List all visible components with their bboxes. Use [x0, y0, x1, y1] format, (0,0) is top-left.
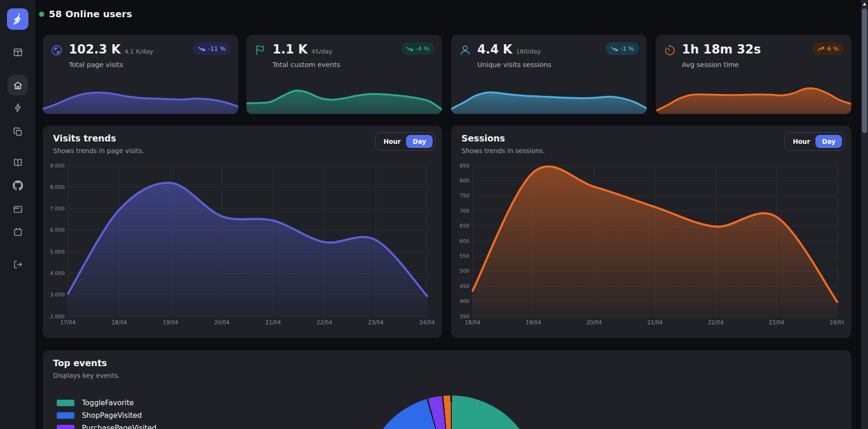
stat-label: Total custom events [273, 61, 340, 68]
scrollbar-thumb[interactable] [862, 8, 867, 133]
sparkline-chart [451, 79, 647, 114]
home-icon [13, 80, 23, 91]
svg-text:3.000: 3.000 [50, 292, 65, 298]
trend-badge: 6 % [812, 42, 844, 55]
stat-label: Unique visits sessions [477, 61, 551, 68]
stat-value: 102.3 K [69, 42, 120, 56]
visits-trends-panel: Visits trends Shows trends in page visit… [43, 126, 442, 338]
top-events-legend: ToggleFavoriteShopPageVisitedPurchasePag… [57, 399, 156, 429]
panel-subtitle: Displays key events. [53, 372, 120, 379]
sidebar-item-home[interactable] [7, 75, 28, 95]
svg-text:500: 500 [460, 268, 469, 274]
visits-toggle-hour[interactable]: Hour [378, 135, 406, 148]
svg-text:18/04: 18/04 [465, 319, 480, 326]
logout-icon [13, 259, 23, 270]
visits-toggle-day[interactable]: Day [406, 135, 433, 148]
stat-card-1: 102.3 K4.1 K/dayTotal page visits-11 % [43, 35, 238, 114]
svg-text:850: 850 [460, 163, 469, 169]
online-status-dot [39, 12, 44, 17]
scroll-up-button[interactable]: ▲ [861, 0, 868, 7]
sidebar-item-bolt[interactable] [7, 97, 28, 118]
svg-text:400: 400 [460, 298, 469, 304]
svg-text:17/04: 17/04 [60, 319, 75, 326]
svg-text:4.000: 4.000 [50, 270, 65, 276]
svg-text:22/04: 22/04 [708, 319, 723, 326]
svg-text:20/04: 20/04 [214, 319, 229, 326]
svg-text:550: 550 [460, 253, 469, 259]
sessions-panel: Sessions Shows trends in sessions. HourD… [451, 126, 851, 338]
legend-label: PurchasePageVisited [82, 424, 156, 429]
logout-button[interactable] [7, 254, 28, 275]
svg-text:23/04: 23/04 [368, 319, 383, 326]
panel-subtitle: Shows trends in page visits. [53, 147, 144, 154]
legend-label: ShopPageVisited [82, 411, 142, 420]
svg-text:19/04: 19/04 [163, 319, 178, 326]
wave-logo-icon [11, 12, 25, 26]
svg-text:24/04: 24/04 [419, 319, 434, 326]
svg-text:23/04: 23/04 [769, 319, 784, 326]
trend-badge: -4 % [401, 42, 434, 55]
trend-up-icon [817, 46, 824, 52]
stat-card-4: 1h 18m 32sAvg session time6 % [656, 35, 851, 114]
svg-text:21/04: 21/04 [266, 319, 281, 326]
svg-text:700: 700 [460, 208, 469, 214]
panel-title: Sessions [461, 133, 505, 143]
sessions-toggle-hour[interactable]: Hour [787, 135, 815, 148]
trend-badge: -1 % [606, 42, 639, 55]
flag-icon [254, 44, 267, 57]
sessions-chart: 85080075070065060055050045040035018/0419… [459, 162, 844, 328]
sidebar-item-wallet[interactable] [7, 199, 28, 219]
svg-text:19/04: 19/04 [526, 319, 541, 326]
svg-text:2.000: 2.000 [50, 314, 65, 320]
layout-icon [13, 47, 23, 58]
app-logo[interactable] [7, 8, 28, 30]
timer-icon [663, 44, 676, 57]
svg-text:650: 650 [460, 223, 469, 229]
user-icon [459, 44, 472, 57]
panel-title: Top events [53, 358, 107, 368]
svg-text:600: 600 [460, 238, 469, 244]
sidebar-item-layout[interactable] [7, 42, 28, 62]
sidebar-item-calendar[interactable] [7, 221, 28, 242]
stat-rate: 180/day [516, 48, 541, 55]
sidebar-item-github[interactable] [7, 175, 28, 195]
sidebar-item-copy[interactable] [7, 121, 28, 142]
svg-text:22/04: 22/04 [317, 319, 332, 326]
trend-down-icon [406, 46, 413, 52]
svg-text:24/04: 24/04 [829, 319, 844, 326]
panel-subtitle: Shows trends in sessions. [461, 147, 545, 154]
globe-icon [50, 44, 63, 57]
stat-rate: 45/day [311, 48, 332, 55]
legend-item: ShopPageVisited [57, 411, 156, 420]
github-icon [13, 180, 23, 191]
svg-text:750: 750 [460, 193, 469, 199]
trend-down-icon [198, 46, 205, 52]
bolt-icon [13, 102, 23, 113]
sparkline-chart [43, 79, 238, 114]
svg-text:9.000: 9.000 [50, 163, 65, 169]
stat-value: 4.4 K [477, 42, 512, 56]
scrollbar[interactable]: ▲ [861, 0, 868, 429]
svg-text:8.000: 8.000 [50, 184, 65, 190]
visits-trends-chart: 9.0008.0007.0006.0005.0004.0003.0002.000… [50, 162, 434, 328]
stat-card-3: 4.4 K180/dayUnique visits sessions-1 % [451, 35, 647, 114]
calendar-icon [13, 227, 23, 237]
stat-value: 1.1 K [273, 42, 307, 56]
panel-title: Visits trends [53, 133, 116, 143]
legend-swatch [57, 400, 74, 406]
svg-text:20/04: 20/04 [587, 319, 602, 326]
sessions-interval-toggle: HourDay [784, 132, 845, 151]
svg-text:21/04: 21/04 [647, 319, 662, 326]
sessions-toggle-day[interactable]: Day [815, 135, 842, 148]
top-events-pie-chart [365, 395, 538, 429]
online-users-header: 58 Online users [39, 8, 132, 20]
top-events-panel: Top events Displays key events. ToggleFa… [43, 350, 851, 429]
svg-text:7.000: 7.000 [50, 206, 65, 212]
stat-value: 1h 18m 32s [682, 42, 761, 56]
svg-text:5.000: 5.000 [50, 249, 65, 255]
svg-text:18/04: 18/04 [112, 319, 127, 326]
svg-text:450: 450 [460, 283, 469, 289]
legend-item: ToggleFavorite [57, 399, 156, 407]
copy-icon [13, 127, 23, 137]
sidebar-item-book[interactable] [7, 152, 28, 173]
